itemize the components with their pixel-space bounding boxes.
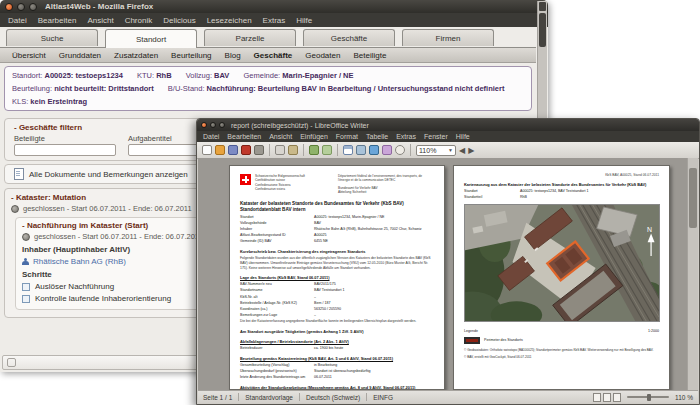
subtab-zusatzdaten[interactable]: Zusatzdaten bbox=[114, 51, 158, 60]
view-layout-icons[interactable] bbox=[593, 393, 621, 402]
menu-extras[interactable]: Extras bbox=[396, 133, 416, 140]
standort-info-box: Standort: A00025: testoeps1234 KTU: RhB … bbox=[4, 66, 532, 111]
menu-bearbeiten[interactable]: Bearbeiten bbox=[38, 16, 77, 25]
new-document-icon[interactable] bbox=[202, 145, 212, 155]
info-line-3: KLS: kein Ersteintrag bbox=[12, 97, 524, 106]
tab-parzelle[interactable]: Parzelle bbox=[204, 29, 296, 46]
menu-datei[interactable]: Datei bbox=[8, 16, 27, 25]
menu-lesezeichen[interactable]: Lesezeichen bbox=[207, 16, 252, 25]
document-page-1: Schweizerische Eidgenossenschaft Confédé… bbox=[229, 165, 445, 390]
section-ablagerungen: Abfallablagerungen / Betriebsstandorte (… bbox=[240, 339, 434, 344]
close-icon[interactable] bbox=[5, 3, 13, 11]
open-icon[interactable] bbox=[215, 145, 225, 155]
undo-icon[interactable] bbox=[309, 145, 319, 155]
paste-icon[interactable] bbox=[288, 145, 298, 155]
writer-toolbar: 110%▼ ◀ ▶ bbox=[197, 142, 699, 159]
writer-titlebar[interactable]: report (schreibgeschützt) - LibreOffice … bbox=[197, 119, 699, 131]
menu-ansicht[interactable]: Ansicht bbox=[87, 16, 113, 25]
fields-lage: BAV-Nummer/e neuBAV2011/175 Standortname… bbox=[240, 282, 434, 317]
toolbar-separator bbox=[410, 144, 411, 156]
page-corner-reference: KbS BAV, A00025, Stand 06.07.2011 bbox=[464, 173, 659, 177]
scroll-up-icon[interactable] bbox=[539, 2, 546, 11]
zoom-percentage: 110 % bbox=[675, 394, 693, 401]
legend-row: Legende 1:2000 bbox=[464, 329, 659, 333]
tab-standort[interactable]: Standort bbox=[105, 29, 197, 48]
task-icon bbox=[22, 283, 30, 291]
subtab-grunddaten[interactable]: Grunddaten bbox=[59, 51, 101, 60]
menu-fenster[interactable]: Fenster bbox=[424, 133, 448, 140]
tab-firmen[interactable]: Firmen bbox=[402, 29, 494, 46]
menu-datei[interactable]: Datei bbox=[203, 133, 219, 140]
subtab-uebersicht[interactable]: Übersicht bbox=[12, 51, 46, 60]
close-icon[interactable] bbox=[201, 122, 207, 128]
pdf-export-icon[interactable] bbox=[241, 145, 251, 155]
menu-einfuegen[interactable]: Einfügen bbox=[300, 133, 328, 140]
subtab-geodaten[interactable]: Geodaten bbox=[305, 51, 340, 60]
subtab-blog[interactable]: Blog bbox=[225, 51, 241, 60]
map-copyright: © BAV, erstellt mit GeoCockpit, Stand 06… bbox=[464, 355, 659, 359]
previous-page-icon[interactable]: ◀ bbox=[459, 146, 465, 155]
section-kurzbeschrieb: Kurzbeschrieb bzw. Charakterisierung des… bbox=[240, 249, 434, 254]
info-line-2: Beurteilung: nicht beurteilt: Drittstand… bbox=[12, 84, 524, 93]
menu-hilfe[interactable]: Hilfe bbox=[296, 16, 312, 25]
toolbar-separator bbox=[269, 144, 270, 156]
beteiligte-label: Beteiligte bbox=[14, 134, 116, 143]
firefox-titlebar[interactable]: Altlast4Web - Mozilla Firefox bbox=[0, 0, 548, 13]
closed-status-icon bbox=[22, 233, 30, 241]
tab-suche[interactable]: Suche bbox=[6, 29, 98, 46]
minimize-icon[interactable] bbox=[210, 122, 216, 128]
scrollbar-thumb[interactable] bbox=[689, 168, 697, 228]
document-area: Schweizerische Eidgenossenschaft Confédé… bbox=[198, 158, 698, 391]
minimize-icon[interactable] bbox=[17, 3, 25, 11]
zoom-combo[interactable]: 110%▼ bbox=[416, 145, 456, 156]
subtab-beteiligte[interactable]: Beteiligte bbox=[353, 51, 386, 60]
map-scale: 1:2000 bbox=[648, 329, 659, 333]
subtab-geschaefte[interactable]: Geschäfte bbox=[254, 51, 293, 60]
page-style[interactable]: Standardvorlage bbox=[245, 394, 293, 401]
sub-tabs: Übersicht Grunddaten Zusatzdaten Beurtei… bbox=[0, 48, 536, 63]
menu-delicious[interactable]: Delicious bbox=[163, 16, 195, 25]
menu-ansicht[interactable]: Ansicht bbox=[269, 133, 292, 140]
map-fields: StandortA00025: testoeps1234, BAV Testst… bbox=[464, 189, 659, 200]
menu-extras[interactable]: Extras bbox=[263, 16, 286, 25]
menu-bearbeiten[interactable]: Bearbeiten bbox=[227, 133, 261, 140]
menu-tabelle[interactable]: Tabelle bbox=[366, 133, 388, 140]
maximize-icon[interactable] bbox=[29, 3, 37, 11]
fields-beurteilung: Gesamtbeurteilung (Vorschlag)in Bearbeit… bbox=[240, 363, 434, 380]
legend-item-perimeter: Perimeter des Standorts bbox=[464, 337, 659, 344]
inhaber-link[interactable]: Rhätische Bahn AG (RhB) bbox=[33, 257, 126, 266]
menu-chronik[interactable]: Chronik bbox=[125, 16, 153, 25]
all-documents-link[interactable]: Alle Dokumente und Bemerkungen anzeigen bbox=[29, 170, 188, 179]
maximize-icon[interactable] bbox=[219, 122, 225, 128]
next-page-icon[interactable]: ▶ bbox=[468, 146, 474, 155]
tab-geschaefte[interactable]: Geschäfte bbox=[303, 29, 395, 46]
section-lage: Lage des Standorts (KbS BAV, Stand 06.07… bbox=[240, 275, 434, 280]
find-icon[interactable] bbox=[395, 145, 405, 155]
menu-format[interactable]: Format bbox=[336, 133, 358, 140]
scrollbar-thumb[interactable] bbox=[539, 13, 546, 47]
insert-image-icon[interactable] bbox=[356, 145, 366, 155]
subtab-beurteilung[interactable]: Beurteilung bbox=[171, 51, 211, 60]
firefox-menubar: Datei Bearbeiten Ansicht Chronik Delicio… bbox=[0, 13, 548, 27]
menu-hilfe[interactable]: Hilfe bbox=[456, 133, 470, 140]
writer-scrollbar[interactable] bbox=[687, 158, 698, 391]
writer-statusbar: Seite 1 / 1 Standardvorlage Deutsch (Sch… bbox=[198, 390, 698, 403]
fields-standort: StandortA00025: testoeps1234, Marin-Epag… bbox=[240, 215, 434, 244]
language-indicator[interactable]: Deutsch (Schweiz) bbox=[306, 394, 360, 401]
task-icon bbox=[22, 295, 30, 303]
aerial-photo: N bbox=[464, 204, 660, 322]
toolbar-separator bbox=[303, 144, 304, 156]
fields-betrieb: Betriebsdauerca. 1900 bis heute bbox=[240, 346, 434, 351]
beteiligte-input[interactable] bbox=[14, 144, 116, 156]
section-taetigkeiten: Am Standort ausgeübte Tätigkeiten (gemäs… bbox=[240, 329, 434, 334]
copy-icon[interactable] bbox=[275, 145, 285, 155]
zoom-slider[interactable] bbox=[627, 396, 669, 398]
navigator-icon[interactable] bbox=[369, 145, 379, 155]
redo-icon[interactable] bbox=[322, 145, 332, 155]
save-icon[interactable] bbox=[228, 145, 238, 155]
insert-mode[interactable]: EINFG bbox=[373, 394, 393, 401]
section-beurteilung: Beurteilung gemäss Katastereintrag (KbS … bbox=[240, 356, 434, 361]
print-icon[interactable] bbox=[254, 145, 264, 155]
insert-table-icon[interactable] bbox=[343, 145, 353, 155]
gallery-icon[interactable] bbox=[382, 145, 392, 155]
